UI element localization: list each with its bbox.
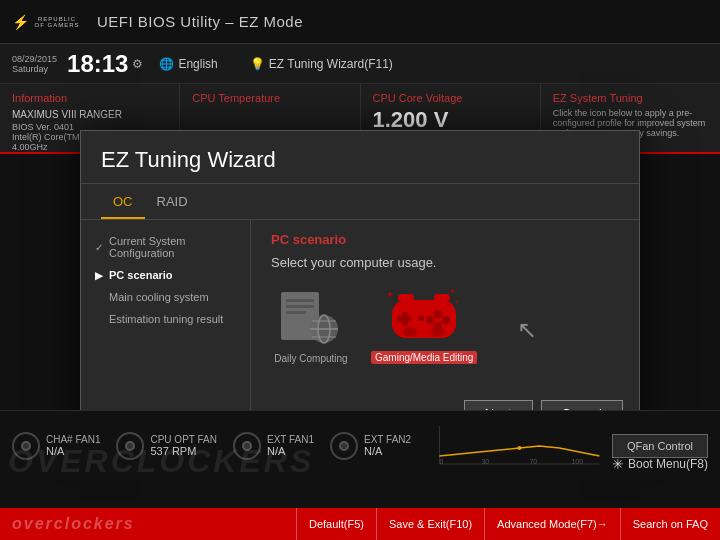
asterisk-icon: ✳: [612, 456, 624, 472]
fan-circle-inner-ext2: [339, 441, 349, 451]
time-display: 18:13: [67, 52, 128, 76]
checkmark-icon: ✓: [95, 242, 103, 253]
wizard-step-current-config[interactable]: ✓ Current System Configuration: [81, 230, 250, 264]
bottom-logo-text: overclockers: [0, 515, 296, 533]
info-value-cpu-voltage: 1.200 V: [373, 108, 528, 132]
header-title: UEFI BIOS Utility – EZ Mode: [97, 13, 303, 30]
svg-text:30: 30: [482, 458, 490, 465]
daily-computing-icon-area: [271, 284, 351, 349]
fan-circle-cha1: [12, 432, 40, 460]
fan-circle-inner-cha1: [21, 441, 31, 451]
wizard-step-label-pc-scenario: PC scenario: [109, 269, 173, 281]
svg-point-13: [442, 316, 450, 324]
fan-name-cpu-opt: CPU OPT FAN: [150, 434, 217, 445]
date-text: 08/29/2015: [12, 54, 57, 64]
date-section: 08/29/2015 Saturday: [12, 54, 57, 74]
svg-rect-2: [286, 305, 314, 308]
modal-title: EZ Tuning Wizard: [81, 131, 639, 184]
fan-value-cha1: N/A: [46, 445, 100, 457]
temperature-graph: 0 30 70 100: [435, 426, 604, 466]
settings-gear-icon[interactable]: ⚙: [132, 57, 143, 71]
wizard-step-estimation[interactable]: Estimation tuning result: [81, 308, 250, 330]
fan-name-ext1: EXT FAN1: [267, 434, 314, 445]
svg-text:✦: ✦: [454, 299, 459, 305]
daily-computing-label: Daily Computing: [274, 353, 347, 364]
header-bar: ⚡ REPUBLIC OF GAMERS UEFI BIOS Utility –…: [0, 0, 720, 44]
rog-icon: ⚡: [12, 14, 29, 30]
bottom-actions: Default(F5) Save & Exit(F10) Advanced Mo…: [296, 508, 720, 540]
info-label-cpu-temp: CPU Temperature: [192, 92, 347, 104]
qfan-control-button[interactable]: QFan Control: [612, 434, 708, 458]
ez-tuning-wizard-link[interactable]: 💡 EZ Tuning Wizard(F11): [250, 57, 393, 71]
time-bar: 08/29/2015 Saturday 18:13 ⚙ 🌐 English 💡 …: [0, 44, 720, 84]
rog-logo: ⚡ REPUBLIC OF GAMERS: [12, 8, 81, 36]
arrow-right-icon: ▶: [95, 270, 103, 281]
fan-value-ext1: N/A: [267, 445, 314, 457]
svg-text:0: 0: [440, 458, 444, 465]
wizard-step-cooling[interactable]: Main cooling system: [81, 286, 250, 308]
svg-rect-3: [286, 311, 306, 314]
rog-logo-text: REPUBLIC OF GAMERS: [33, 8, 81, 36]
svg-rect-21: [434, 294, 450, 302]
svg-rect-17: [426, 316, 432, 321]
fan-info-ext1: EXT FAN1 N/A: [267, 434, 314, 457]
wizard-step-label-estimation: Estimation tuning result: [109, 313, 223, 325]
scenario-options: Daily Computing: [271, 282, 619, 364]
wizard-step-pc-scenario[interactable]: ▶ PC scenario: [81, 264, 250, 286]
lightbulb-icon: 💡: [250, 57, 265, 71]
boot-menu-label: Boot Menu(F8): [628, 457, 708, 471]
fan-item-ext1: EXT FAN1 N/A: [233, 432, 314, 460]
day-text: Saturday: [12, 64, 57, 74]
globe-icon: 🌐: [159, 57, 174, 71]
svg-text:✦: ✦: [386, 289, 394, 300]
gaming-media-icon-area: ✦ ✦ ✦: [384, 282, 464, 347]
svg-point-18: [403, 327, 417, 337]
fan-item-cha1: CHA# FAN1 N/A: [12, 432, 100, 460]
svg-rect-20: [398, 294, 414, 302]
svg-text:70: 70: [530, 458, 538, 465]
wizard-step-label-current-config: Current System Configuration: [109, 235, 236, 259]
fan-info-cha1: CHA# FAN1 N/A: [46, 434, 100, 457]
info-board: MAXIMUS VIII RANGER: [12, 108, 167, 122]
modal-tabs: OC RAID: [81, 184, 639, 220]
ez-tuning-wizard-modal: EZ Tuning Wizard OC RAID ✓ Current Syste…: [80, 130, 640, 440]
fan-circle-cpu-opt: [116, 432, 144, 460]
pc-scenario-title: PC scenario: [271, 232, 619, 247]
wizard-link-text: EZ Tuning Wizard(F11): [269, 57, 393, 71]
language-section[interactable]: 🌐 English: [159, 57, 217, 71]
time-section: 18:13 ⚙: [67, 52, 159, 76]
save-exit-button[interactable]: Save & Exit(F10): [376, 508, 484, 540]
advanced-mode-button[interactable]: Advanced Mode(F7)→: [484, 508, 620, 540]
svg-point-31: [518, 446, 522, 450]
fan-info-ext2: EXT FAN2 N/A: [364, 434, 411, 457]
tab-raid[interactable]: RAID: [145, 190, 200, 219]
fan-name-ext2: EXT FAN2: [364, 434, 411, 445]
boot-menu-button[interactable]: ✳ Boot Menu(F8): [612, 456, 708, 472]
fan-circle-ext2: [330, 432, 358, 460]
svg-text:✦: ✦: [449, 287, 456, 296]
svg-rect-16: [418, 316, 424, 321]
pc-scenario-description: Select your computer usage.: [271, 255, 619, 270]
cursor-icon: ↖: [517, 316, 537, 343]
wizard-sidebar: ✓ Current System Configuration ▶ PC scen…: [81, 220, 251, 440]
wizard-step-label-cooling: Main cooling system: [109, 291, 209, 303]
fan-name-cha1: CHA# FAN1: [46, 434, 100, 445]
fan-info-cpu-opt: CPU OPT FAN 537 RPM: [150, 434, 217, 457]
scenario-gaming-media[interactable]: ✦ ✦ ✦ Gaming/Media Editing: [371, 282, 477, 364]
svg-text:100: 100: [572, 458, 584, 465]
svg-point-19: [431, 327, 445, 337]
svg-rect-1: [286, 299, 314, 302]
language-label: English: [178, 57, 217, 71]
search-faq-button[interactable]: Search on FAQ: [620, 508, 720, 540]
tab-oc[interactable]: OC: [101, 190, 145, 219]
gaming-media-label: Gaming/Media Editing: [371, 351, 477, 364]
bottom-bar: overclockers Default(F5) Save & Exit(F10…: [0, 508, 720, 540]
info-label-information: Information: [12, 92, 167, 104]
gaming-media-icon: ✦ ✦ ✦: [384, 282, 464, 347]
fan-value-ext2: N/A: [364, 445, 411, 457]
svg-rect-11: [397, 316, 411, 322]
info-label-ez-system: EZ System Tuning: [553, 92, 708, 104]
fan-circle-inner-cpu-opt: [125, 441, 135, 451]
scenario-daily-computing[interactable]: Daily Computing: [271, 284, 351, 364]
default-f5-button[interactable]: Default(F5): [296, 508, 376, 540]
